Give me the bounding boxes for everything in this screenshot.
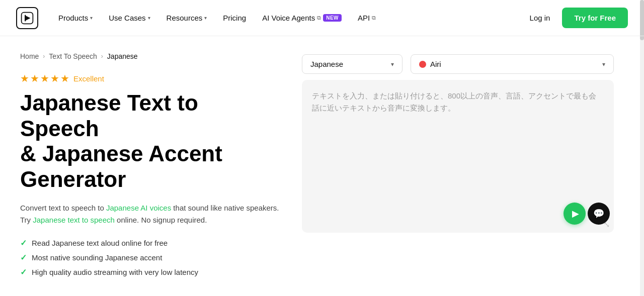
nav-use-cases[interactable]: Use Cases ▾ bbox=[103, 10, 156, 26]
play-icon: ▶ bbox=[572, 208, 579, 219]
chat-button[interactable]: 💬 bbox=[588, 203, 610, 225]
tts-input[interactable] bbox=[312, 90, 604, 221]
nav-actions: Log in Try for Free bbox=[524, 8, 628, 28]
svg-rect-2 bbox=[25, 15, 26, 21]
voice-chevron-icon: ▾ bbox=[602, 61, 605, 68]
star-2: ★ bbox=[30, 72, 39, 84]
japanese-tts-link[interactable]: Japanese text to speech bbox=[33, 216, 115, 224]
use-cases-chevron-icon: ▾ bbox=[148, 15, 150, 21]
resources-chevron-icon: ▾ bbox=[204, 15, 207, 21]
nav-resources[interactable]: Resources ▾ bbox=[160, 10, 213, 26]
breadcrumb-current: Japanese bbox=[107, 52, 138, 60]
page-scrollbar[interactable] bbox=[640, 0, 644, 296]
star-5: ★ bbox=[60, 72, 69, 84]
breadcrumb-home[interactable]: Home bbox=[20, 52, 39, 60]
voice-name: Airi bbox=[430, 60, 441, 68]
voice-label: Airi bbox=[419, 60, 597, 68]
nav-api[interactable]: API ⧉ bbox=[352, 10, 382, 26]
right-column: Japanese ▾ Airi ▾ ⤡ ▶ 💬 bbox=[302, 52, 614, 277]
feature-3: ✓ High quality audio streaming with very… bbox=[20, 267, 282, 277]
star-3: ★ bbox=[40, 72, 49, 84]
check-icon-2: ✓ bbox=[20, 253, 27, 262]
logo[interactable] bbox=[16, 7, 38, 29]
left-column: Home › Text To Speech › Japanese ★ ★ ★ ★… bbox=[20, 52, 282, 277]
rating-label: Excellent bbox=[73, 74, 104, 83]
nav-products[interactable]: Products ▾ bbox=[52, 10, 99, 26]
login-button[interactable]: Log in bbox=[524, 10, 556, 26]
chat-icon: 💬 bbox=[593, 208, 604, 219]
breadcrumb-section[interactable]: Text To Speech bbox=[49, 52, 97, 60]
breadcrumb-sep-2: › bbox=[101, 53, 103, 60]
japanese-ai-voices-link[interactable]: Japanese AI voices bbox=[106, 204, 171, 212]
feature-list: ✓ Read Japanese text aloud online for fr… bbox=[20, 238, 282, 277]
nav-ai-voice-agents[interactable]: AI Voice Agents ⧉ NEW bbox=[256, 10, 348, 26]
try-free-button[interactable]: Try for Free bbox=[562, 8, 628, 28]
rating-row: ★ ★ ★ ★ ★ Excellent bbox=[20, 72, 282, 84]
heading-line2: & Japanese Accent bbox=[20, 141, 222, 166]
heading-line1: Japanese Text to Speech bbox=[20, 90, 198, 141]
check-icon-3: ✓ bbox=[20, 267, 27, 277]
new-badge: NEW bbox=[323, 14, 342, 22]
nav-links: Products ▾ Use Cases ▾ Resources ▾ Prici… bbox=[52, 10, 524, 26]
main-content: Home › Text To Speech › Japanese ★ ★ ★ ★… bbox=[0, 36, 634, 293]
star-1: ★ bbox=[20, 72, 29, 84]
check-icon-1: ✓ bbox=[20, 238, 27, 248]
feature-2: ✓ Most native sounding Japanese accent bbox=[20, 253, 282, 262]
voice-dropdown[interactable]: Airi ▾ bbox=[411, 54, 614, 74]
breadcrumb: Home › Text To Speech › Japanese bbox=[20, 52, 282, 60]
page-heading: Japanese Text to Speech & Japanese Accen… bbox=[20, 90, 282, 192]
voice-dot-icon bbox=[419, 61, 426, 68]
breadcrumb-sep-1: › bbox=[43, 53, 45, 60]
navbar: Products ▾ Use Cases ▾ Resources ▾ Prici… bbox=[0, 0, 644, 36]
star-rating: ★ ★ ★ ★ ★ bbox=[20, 72, 69, 84]
feature-1: ✓ Read Japanese text aloud online for fr… bbox=[20, 238, 282, 248]
api-external-icon: ⧉ bbox=[372, 15, 376, 21]
language-chevron-icon: ▾ bbox=[391, 61, 394, 68]
heading-line3: Generator bbox=[20, 167, 126, 191]
products-chevron-icon: ▾ bbox=[90, 15, 93, 21]
tts-container: ⤡ ▶ 💬 bbox=[302, 80, 614, 233]
dropdowns-row: Japanese ▾ Airi ▾ bbox=[302, 54, 614, 74]
nav-pricing[interactable]: Pricing bbox=[217, 10, 252, 26]
play-button[interactable]: ▶ bbox=[564, 203, 586, 225]
external-link-icon: ⧉ bbox=[317, 15, 321, 21]
language-dropdown[interactable]: Japanese ▾ bbox=[302, 54, 403, 74]
star-4: ★ bbox=[50, 72, 59, 84]
page-description: Convert text to speech to Japanese AI vo… bbox=[20, 202, 282, 226]
language-label: Japanese bbox=[310, 60, 343, 68]
